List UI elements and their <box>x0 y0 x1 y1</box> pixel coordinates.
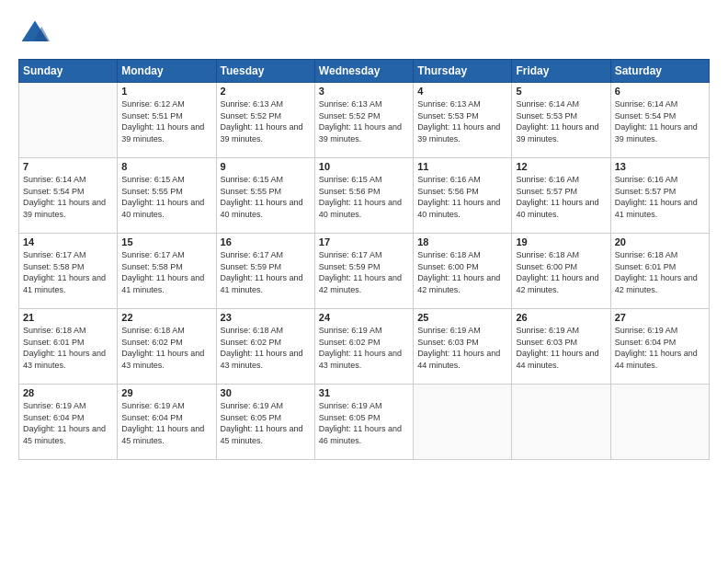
sunrise-text: Sunrise: 6:16 AM <box>615 175 678 184</box>
sunset-text: Sunset: 5:52 PM <box>221 111 282 121</box>
sunrise-text: Sunrise: 6:18 AM <box>516 250 579 259</box>
sunset-text: Sunset: 6:01 PM <box>23 338 85 347</box>
calendar-cell: 22Sunrise: 6:18 AMSunset: 6:02 PMDayligh… <box>118 309 216 385</box>
day-number: 15 <box>121 236 211 247</box>
calendar-cell: 16Sunrise: 6:17 AMSunset: 5:59 PMDayligh… <box>216 234 314 309</box>
day-info: Sunrise: 6:19 AMSunset: 6:05 PMDaylight:… <box>221 400 311 446</box>
day-number: 28 <box>23 387 113 398</box>
weekday-header-saturday: Saturday <box>610 60 709 83</box>
week-row-3: 14Sunrise: 6:17 AMSunset: 5:58 PMDayligh… <box>19 234 710 309</box>
day-info: Sunrise: 6:14 AMSunset: 5:54 PMDaylight:… <box>615 98 705 144</box>
sunset-text: Sunset: 5:58 PM <box>23 262 85 271</box>
calendar-cell <box>19 83 118 158</box>
calendar-cell: 7Sunrise: 6:14 AMSunset: 5:54 PMDaylight… <box>19 158 118 234</box>
sunrise-text: Sunrise: 6:19 AM <box>516 326 579 335</box>
day-info: Sunrise: 6:18 AMSunset: 6:01 PMDaylight:… <box>23 325 113 371</box>
sunrise-text: Sunrise: 6:17 AM <box>221 250 284 259</box>
day-number: 6 <box>615 86 705 97</box>
sunset-text: Sunset: 6:02 PM <box>121 338 183 347</box>
day-info: Sunrise: 6:13 AMSunset: 5:52 PMDaylight:… <box>221 98 311 144</box>
daylight-text: Daylight: 11 hours and 41 minutes. <box>615 198 698 219</box>
daylight-text: Daylight: 11 hours and 42 minutes. <box>417 273 500 294</box>
sunrise-text: Sunrise: 6:13 AM <box>417 99 481 109</box>
daylight-text: Daylight: 11 hours and 40 minutes. <box>121 198 204 219</box>
calendar-cell: 15Sunrise: 6:17 AMSunset: 5:58 PMDayligh… <box>118 234 216 309</box>
daylight-text: Daylight: 11 hours and 39 minutes. <box>23 198 106 219</box>
calendar-cell: 26Sunrise: 6:19 AMSunset: 6:03 PMDayligh… <box>512 309 610 385</box>
day-info: Sunrise: 6:19 AMSunset: 6:03 PMDaylight:… <box>417 325 507 371</box>
sunrise-text: Sunrise: 6:19 AM <box>221 401 284 410</box>
weekday-header-friday: Friday <box>512 60 610 83</box>
daylight-text: Daylight: 11 hours and 41 minutes. <box>23 273 106 294</box>
header <box>18 17 710 50</box>
day-number: 5 <box>516 86 606 97</box>
sunset-text: Sunset: 6:01 PM <box>615 262 677 271</box>
day-info: Sunrise: 6:18 AMSunset: 6:00 PMDaylight:… <box>516 249 606 295</box>
daylight-text: Daylight: 11 hours and 43 minutes. <box>23 349 106 370</box>
day-info: Sunrise: 6:18 AMSunset: 6:01 PMDaylight:… <box>615 249 705 295</box>
calendar-cell: 30Sunrise: 6:19 AMSunset: 6:05 PMDayligh… <box>216 385 314 460</box>
sunrise-text: Sunrise: 6:17 AM <box>319 250 382 259</box>
sunset-text: Sunset: 6:02 PM <box>221 338 282 347</box>
daylight-text: Daylight: 11 hours and 39 minutes. <box>221 122 303 144</box>
page: SundayMondayTuesdayWednesdayThursdayFrid… <box>0 0 728 563</box>
day-number: 9 <box>221 161 311 172</box>
day-number: 12 <box>516 161 606 172</box>
daylight-text: Daylight: 11 hours and 42 minutes. <box>319 273 402 294</box>
calendar-cell: 17Sunrise: 6:17 AMSunset: 5:59 PMDayligh… <box>314 234 413 309</box>
sunset-text: Sunset: 5:55 PM <box>121 187 183 196</box>
sunrise-text: Sunrise: 6:17 AM <box>121 250 185 259</box>
day-number: 22 <box>121 312 211 323</box>
daylight-text: Daylight: 11 hours and 44 minutes. <box>615 349 698 370</box>
day-info: Sunrise: 6:14 AMSunset: 5:54 PMDaylight:… <box>23 174 113 220</box>
daylight-text: Daylight: 11 hours and 45 minutes. <box>23 424 106 445</box>
calendar-cell: 20Sunrise: 6:18 AMSunset: 6:01 PMDayligh… <box>610 234 709 309</box>
sunset-text: Sunset: 5:56 PM <box>319 187 381 196</box>
sunset-text: Sunset: 6:04 PM <box>23 413 85 422</box>
day-info: Sunrise: 6:19 AMSunset: 6:03 PMDaylight:… <box>516 325 606 371</box>
calendar-cell: 5Sunrise: 6:14 AMSunset: 5:53 PMDaylight… <box>512 83 610 158</box>
day-number: 31 <box>319 387 409 398</box>
day-number: 30 <box>221 387 311 398</box>
daylight-text: Daylight: 11 hours and 41 minutes. <box>221 273 303 294</box>
daylight-text: Daylight: 11 hours and 39 minutes. <box>615 122 698 144</box>
day-number: 4 <box>417 86 507 97</box>
day-number: 25 <box>417 312 507 323</box>
daylight-text: Daylight: 11 hours and 42 minutes. <box>615 273 698 294</box>
day-info: Sunrise: 6:19 AMSunset: 6:04 PMDaylight:… <box>23 400 113 446</box>
calendar-cell: 28Sunrise: 6:19 AMSunset: 6:04 PMDayligh… <box>19 385 118 460</box>
sunrise-text: Sunrise: 6:19 AM <box>121 401 185 410</box>
sunrise-text: Sunrise: 6:17 AM <box>23 250 86 259</box>
weekday-header-row: SundayMondayTuesdayWednesdayThursdayFrid… <box>19 60 710 83</box>
sunrise-text: Sunrise: 6:16 AM <box>417 175 481 184</box>
daylight-text: Daylight: 11 hours and 45 minutes. <box>121 424 204 445</box>
sunrise-text: Sunrise: 6:13 AM <box>319 99 382 109</box>
week-row-5: 28Sunrise: 6:19 AMSunset: 6:04 PMDayligh… <box>19 385 710 460</box>
sunset-text: Sunset: 5:59 PM <box>221 262 282 271</box>
day-number: 18 <box>417 236 507 247</box>
calendar-cell: 12Sunrise: 6:16 AMSunset: 5:57 PMDayligh… <box>512 158 610 234</box>
sunset-text: Sunset: 5:56 PM <box>417 187 479 196</box>
sunrise-text: Sunrise: 6:15 AM <box>221 175 284 184</box>
daylight-text: Daylight: 11 hours and 44 minutes. <box>417 349 500 370</box>
sunset-text: Sunset: 6:03 PM <box>516 338 577 347</box>
calendar-cell: 25Sunrise: 6:19 AMSunset: 6:03 PMDayligh… <box>414 309 512 385</box>
calendar-cell: 31Sunrise: 6:19 AMSunset: 6:05 PMDayligh… <box>314 385 413 460</box>
sunrise-text: Sunrise: 6:14 AM <box>516 99 579 109</box>
sunrise-text: Sunrise: 6:16 AM <box>516 175 579 184</box>
calendar-cell: 18Sunrise: 6:18 AMSunset: 6:00 PMDayligh… <box>414 234 512 309</box>
sunset-text: Sunset: 6:05 PM <box>319 413 381 422</box>
sunrise-text: Sunrise: 6:12 AM <box>121 99 185 109</box>
day-info: Sunrise: 6:18 AMSunset: 6:02 PMDaylight:… <box>221 325 311 371</box>
calendar-cell: 8Sunrise: 6:15 AMSunset: 5:55 PMDaylight… <box>118 158 216 234</box>
day-number: 11 <box>417 161 507 172</box>
day-number: 29 <box>121 387 211 398</box>
sunset-text: Sunset: 5:57 PM <box>516 187 577 196</box>
day-number: 8 <box>121 161 211 172</box>
calendar-cell: 13Sunrise: 6:16 AMSunset: 5:57 PMDayligh… <box>610 158 709 234</box>
weekday-header-thursday: Thursday <box>414 60 512 83</box>
sunset-text: Sunset: 5:52 PM <box>319 111 381 121</box>
logo <box>18 17 55 50</box>
calendar: SundayMondayTuesdayWednesdayThursdayFrid… <box>18 59 710 460</box>
sunrise-text: Sunrise: 6:19 AM <box>319 326 382 335</box>
